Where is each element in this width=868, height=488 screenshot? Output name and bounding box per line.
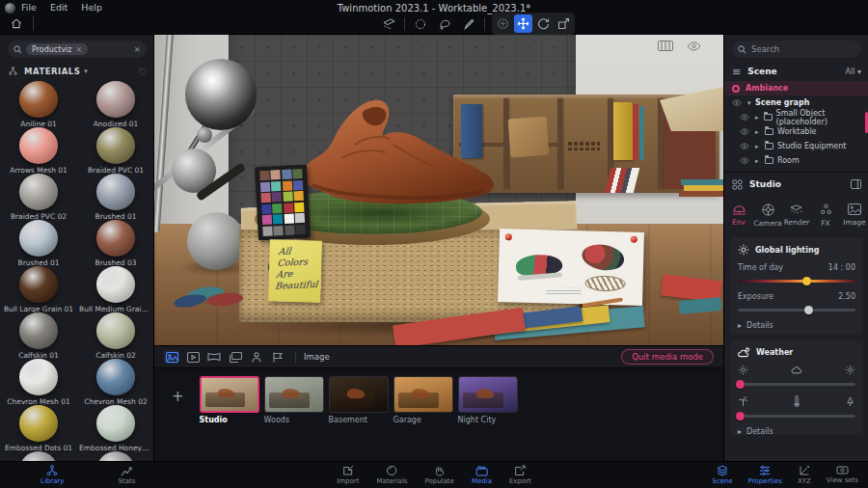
time-of-day-slider[interactable]	[738, 277, 855, 285]
media-thumbnail[interactable]: Garage	[393, 376, 453, 424]
material-tile[interactable]: Chevron Mesh 02	[79, 359, 152, 405]
tab-env[interactable]: Env	[724, 197, 753, 233]
dock-scene[interactable]: Scene	[712, 465, 732, 485]
search-tag-chip[interactable]: Productviz ×	[26, 43, 88, 55]
tab-image[interactable]: Image	[840, 197, 868, 233]
material-tile[interactable]: Embossed Dots 01	[2, 405, 75, 451]
weather-details-toggle[interactable]: ▸ Details	[730, 420, 863, 436]
visibility-eye-icon[interactable]	[740, 114, 749, 121]
scale-tool-icon[interactable]	[555, 14, 573, 33]
scene-tree-row[interactable]: ▸ Ambiance	[724, 81, 868, 95]
marquee-select-icon[interactable]	[412, 15, 429, 33]
favorites-heart-icon[interactable]: ♡	[138, 67, 147, 77]
material-tile[interactable]: Aniline 01	[2, 81, 75, 127]
visibility-eye-icon[interactable]	[740, 143, 749, 149]
menu-help[interactable]: Help	[81, 2, 102, 13]
home-button[interactable]	[7, 15, 26, 32]
tab-render[interactable]: Render	[782, 197, 811, 233]
material-tile[interactable]: Bull Large Grain 01	[2, 266, 75, 312]
material-tile[interactable]: Anodized 01	[79, 81, 152, 127]
dock-materials[interactable]: Materials	[376, 465, 407, 485]
media-thumbnail[interactable]: Night City	[458, 376, 518, 424]
quit-media-mode-button[interactable]: Quit media mode	[621, 349, 714, 365]
twinmotion-logo[interactable]	[5, 3, 15, 14]
clear-search-icon[interactable]: ×	[133, 44, 141, 54]
material-tile[interactable]: Brushed 03	[79, 220, 152, 266]
expand-caret-icon[interactable]: ▸	[755, 114, 762, 122]
visibility-eye-icon[interactable]	[740, 128, 749, 135]
materials-dropdown-icon[interactable]: ▾	[84, 68, 88, 75]
lasso-select-icon[interactable]	[436, 15, 453, 33]
wood-plank[interactable]	[508, 117, 550, 158]
chrome-ball[interactable]	[185, 59, 257, 130]
material-tile[interactable]	[79, 451, 152, 461]
image-mode-icon[interactable]	[164, 350, 179, 364]
remove-tag-icon[interactable]: ×	[76, 45, 83, 54]
panel-toggle-icon[interactable]	[851, 179, 861, 189]
dock-export[interactable]: Export	[509, 465, 531, 485]
sketch-paper[interactable]	[498, 229, 644, 306]
presentation-mode-icon[interactable]	[228, 350, 243, 364]
scene-search-input[interactable]: Search	[732, 41, 861, 58]
material-tile[interactable]: Chevron Mesh 01	[2, 359, 75, 405]
dock-stats[interactable]: Stats	[118, 465, 135, 485]
scene-filter-dropdown[interactable]: All ▾	[846, 68, 861, 76]
dock-xyz[interactable]: XYZ	[798, 465, 811, 485]
slider-handle[interactable]	[736, 412, 745, 420]
lighting-details-toggle[interactable]: ▸ Details	[730, 314, 863, 330]
menu-edit[interactable]: Edit	[50, 2, 68, 13]
thumbnail-grid-icon[interactable]	[658, 41, 673, 51]
layers-icon[interactable]	[380, 15, 397, 33]
sticky-note[interactable]: All Colors Are Beautiful	[268, 239, 322, 302]
expand-caret-icon[interactable]: ▸	[755, 157, 763, 165]
expand-caret-icon[interactable]: ▸	[755, 128, 763, 136]
material-tile[interactable]: Braided PVC 01	[79, 127, 152, 174]
visibility-eye-icon[interactable]	[732, 99, 742, 106]
media-thumbnail[interactable]: Studio	[200, 376, 259, 424]
move-tool-icon[interactable]	[514, 14, 532, 33]
material-tile[interactable]: Brushed 01	[2, 220, 75, 266]
eyedropper-icon[interactable]	[460, 15, 477, 33]
hierarchy-icon[interactable]	[8, 67, 18, 77]
dock-view-sets[interactable]: View sets	[827, 465, 858, 485]
slider-handle[interactable]	[736, 380, 745, 389]
select-gizmo-icon[interactable]	[494, 14, 512, 33]
color-checker-card[interactable]	[255, 165, 311, 241]
material-tile[interactable]: Calfskin 01	[2, 312, 75, 359]
slider-track[interactable]	[738, 415, 855, 418]
dock-import[interactable]: Import	[337, 465, 359, 485]
expand-caret-icon[interactable]: ▸	[755, 143, 763, 150]
visibility-eye-icon[interactable]	[687, 41, 701, 51]
weather-slider[interactable]	[738, 380, 855, 389]
season-slider[interactable]	[738, 412, 855, 420]
slider-track[interactable]	[738, 280, 855, 283]
media-thumbnail[interactable]: Woods	[264, 376, 324, 424]
material-tile[interactable]: Arrows Mesh 01	[2, 127, 75, 174]
hamburger-icon[interactable]: ≡	[732, 66, 741, 78]
material-tile[interactable]: Bull Medium Grain 01	[79, 266, 152, 312]
material-tile[interactable]	[2, 451, 75, 461]
dock-media[interactable]: Media	[472, 465, 492, 485]
dock-properties[interactable]: Properties	[748, 465, 782, 485]
slider-track[interactable]	[738, 383, 855, 386]
scene-tree-row[interactable]: ▸ Studio Equipment	[724, 139, 868, 153]
menu-file[interactable]: File	[21, 2, 37, 13]
avatar-mode-icon[interactable]	[249, 350, 264, 364]
add-media-button[interactable]: +	[172, 388, 184, 405]
tab-camera[interactable]: Camera	[753, 197, 782, 233]
scene-tree-row[interactable]: ▸ Worktable	[724, 124, 868, 139]
yellow-book[interactable]	[613, 102, 633, 160]
scene-tree-row[interactable]: ▸ Small Object (placeholder)	[724, 110, 868, 124]
slider-handle[interactable]	[802, 277, 811, 285]
slider-handle[interactable]	[804, 306, 813, 314]
phasing-mode-icon[interactable]	[270, 350, 285, 364]
leather-shoe[interactable]	[297, 91, 494, 216]
material-tile[interactable]: Braided PVC 02	[2, 174, 75, 220]
material-tile[interactable]: Calfskin 02	[79, 312, 152, 359]
exposure-slider[interactable]	[738, 306, 855, 314]
expand-caret-icon[interactable]: ▾	[747, 99, 755, 107]
slider-track[interactable]	[738, 309, 855, 312]
material-tile[interactable]: Brushed 01	[79, 174, 152, 220]
rotate-tool-icon[interactable]	[534, 14, 553, 33]
dock-populate[interactable]: Populate	[424, 465, 453, 485]
